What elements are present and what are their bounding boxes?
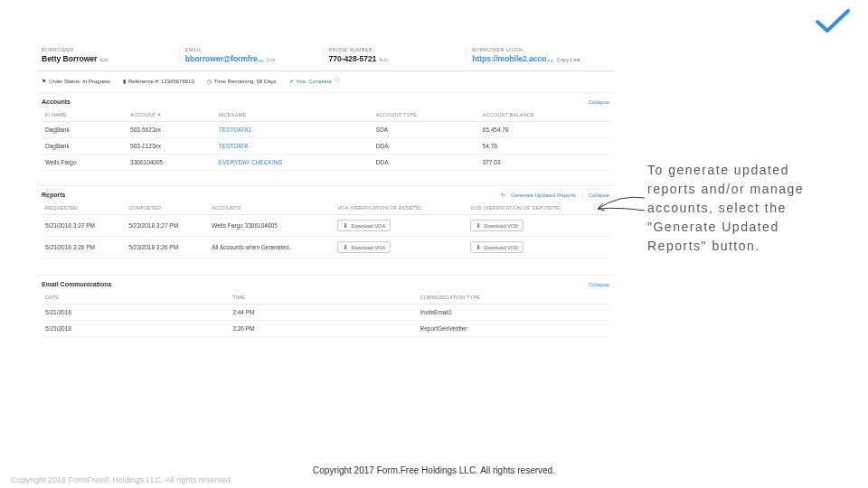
- col-bal: ACCOUNT BALANCE: [479, 108, 609, 122]
- cell-nick[interactable]: EVERYDAY CHECKING: [215, 155, 373, 171]
- col-comp: COMPLETED: [125, 202, 208, 215]
- download-icon: ⬇: [343, 244, 348, 250]
- voa-status: Voa: Complete: [297, 79, 332, 84]
- status-row: ⚑Order Status: In Progress ▮Reference #:…: [36, 71, 615, 93]
- cell-fi: DagBank: [42, 138, 127, 155]
- cell-voa: ⬇Download VOA: [334, 237, 467, 258]
- cell-date: 5/21/2018: [42, 305, 229, 321]
- copyright-footer: Copyright 2018 FormFree® Holdings LLC. A…: [11, 475, 232, 484]
- email-title: Email Communications: [42, 281, 111, 287]
- accounts-title: Accounts: [42, 99, 71, 105]
- order-detail-panel: BORROWER Betty BorrowerEdit EMAIL bborro…: [36, 43, 615, 343]
- table-row: 5/21/20182:44 PMInviteEmail1: [42, 305, 609, 321]
- email-table: DATE TIME COMMUNICATION TYPE 5/21/20182:…: [42, 291, 609, 337]
- edit-phone-link[interactable]: Edit: [379, 57, 387, 62]
- col-fi: FI NAME: [42, 108, 127, 122]
- borrower-label: BORROWER: [42, 47, 174, 52]
- cell-time: 3:26 PM: [229, 321, 416, 337]
- logo-checkmark: [814, 7, 852, 38]
- accounts-collapse-link[interactable]: Collapse: [589, 99, 609, 105]
- copyright-main: Copyright 2017 Form.Free Holdings LLC. A…: [0, 465, 868, 475]
- cell-fi: DagBank: [42, 122, 127, 138]
- cell-vod: ⬇Download VOD: [467, 237, 609, 258]
- cell-req: 5/23/2018 3:26 PM: [42, 237, 125, 258]
- col-nick: NICKNAME: [215, 108, 373, 122]
- cell-acct: 3306104005: [127, 155, 215, 171]
- callout-arrow: [592, 192, 646, 221]
- col-req: REQUESTED: [42, 202, 125, 215]
- reports-section: Reports ↻ Generate Updated Reports | Col…: [36, 185, 615, 264]
- order-status: Order Status: In Progress: [49, 79, 110, 84]
- edit-borrower-link[interactable]: Edit: [99, 57, 108, 62]
- cell-type: DDA: [373, 138, 479, 155]
- download-vod-button[interactable]: ⬇Download VOD: [470, 220, 524, 231]
- table-row: DagBank503-1123xxTESTDATADDA54.78: [42, 138, 609, 155]
- cell-comp: 5/23/2018 3:26 PM: [125, 237, 208, 258]
- accounts-table: FI NAME ACCOUNT # NICKNAME ACCOUNT TYPE …: [42, 108, 609, 171]
- cell-nick[interactable]: TESTDATA: [215, 138, 373, 155]
- login-url-label: BORROWER LOGIN: [472, 47, 604, 52]
- reports-title: Reports: [42, 192, 65, 198]
- table-row: 5/23/2018 3:26 PM5/23/2018 3:26 PMAll Ac…: [42, 237, 609, 258]
- table-row: 5/23/2018 3:27 PM5/23/2018 3:27 PMWells …: [42, 215, 609, 237]
- email-collapse-link[interactable]: Collapse: [589, 282, 609, 287]
- clock-icon: ◷: [207, 78, 212, 84]
- col-type: ACCOUNT TYPE: [373, 108, 479, 122]
- bookmark-icon: ▮: [123, 78, 126, 84]
- email-section: Email Communications Collapse DATE TIME …: [36, 275, 615, 343]
- check-icon: ✔: [289, 78, 294, 84]
- col-vod: VOD (VERIFICATION OF DEPOSITS): [467, 202, 609, 215]
- order-header: BORROWER Betty BorrowerEdit EMAIL bborro…: [36, 43, 615, 71]
- col-time: TIME: [229, 291, 416, 305]
- cell-acct: 503-1123xx: [127, 138, 215, 155]
- reference-number: Reference #: 12345678910: [128, 79, 194, 84]
- cell-acct: All Accounts when Generated.: [208, 237, 334, 258]
- col-accts: ACCOUNTS: [208, 202, 334, 215]
- cell-bal: 65,454.78: [479, 122, 609, 138]
- refresh-icon: ↻: [501, 192, 505, 198]
- flag-icon: ⚑: [42, 78, 46, 84]
- copy-link-button[interactable]: Copy Link: [557, 57, 581, 62]
- cell-bal: 377.03: [479, 155, 609, 171]
- cell-acct: 503-5623xx: [127, 122, 215, 138]
- cell-time: 2:44 PM: [229, 305, 416, 321]
- col-date: DATE: [42, 291, 229, 305]
- cell-date: 5/23/2018: [42, 321, 229, 337]
- cell-vod: ⬇Download VOD: [467, 215, 609, 237]
- callout-text: To generate updated reports and/or manag…: [647, 161, 837, 256]
- edit-email-link[interactable]: Edit: [267, 57, 275, 62]
- cell-type: InviteEmail1: [416, 305, 609, 321]
- cell-req: 5/23/2018 3:27 PM: [42, 215, 125, 237]
- download-icon: ⬇: [476, 244, 481, 250]
- col-commtype: COMMUNICATION TYPE: [416, 291, 609, 305]
- download-voa-button[interactable]: ⬇Download VOA: [337, 241, 391, 253]
- login-url-value: https://mobile2.acco...Copy Link: [472, 54, 604, 63]
- cell-nick[interactable]: TESTDATA1: [215, 122, 373, 138]
- email-label: EMAIL: [185, 47, 317, 52]
- borrower-name: Betty BorrowerEdit: [42, 54, 174, 63]
- phone-label: PHONE NUMBER: [329, 47, 461, 52]
- cell-type: ReportGenVerifier: [416, 321, 609, 337]
- table-row: DagBank503-5623xxTESTDATA1SDA65,454.78: [42, 122, 609, 138]
- cell-acct: Wells Fargo 3306104005: [208, 215, 334, 237]
- time-remaining: Time Remaining: 58 Days: [214, 79, 277, 84]
- table-row: 5/23/20183:26 PMReportGenVerifier: [42, 321, 609, 337]
- cell-type: DDA: [373, 155, 479, 171]
- col-voa: VOA (VERIFICATION OF ASSETS): [334, 202, 467, 215]
- cell-comp: 5/23/2018 3:27 PM: [125, 215, 208, 237]
- accounts-section: Accounts Collapse FI NAME ACCOUNT # NICK…: [36, 93, 615, 176]
- col-acct: ACCOUNT #: [127, 108, 215, 122]
- download-vod-button[interactable]: ⬇Download VOD: [470, 241, 524, 253]
- info-icon: ⓘ: [335, 77, 340, 85]
- table-row: Wells Fargo3306104005EVERYDAY CHECKINGDD…: [42, 155, 609, 171]
- download-icon: ⬇: [476, 222, 481, 229]
- cell-voa: ⬇Download VOA: [334, 215, 467, 237]
- download-icon: ⬇: [343, 222, 348, 229]
- generate-updated-reports-button[interactable]: Generate Updated Reports: [511, 192, 576, 198]
- phone-value: 770-428-5721Edit: [329, 54, 461, 63]
- cell-bal: 54.78: [479, 138, 609, 155]
- download-voa-button[interactable]: ⬇Download VOA: [337, 220, 391, 231]
- email-value: bborrower@formfre...Edit: [185, 54, 317, 63]
- cell-fi: Wells Fargo: [42, 155, 127, 171]
- reports-table: REQUESTED COMPLETED ACCOUNTS VOA (VERIFI…: [42, 202, 609, 258]
